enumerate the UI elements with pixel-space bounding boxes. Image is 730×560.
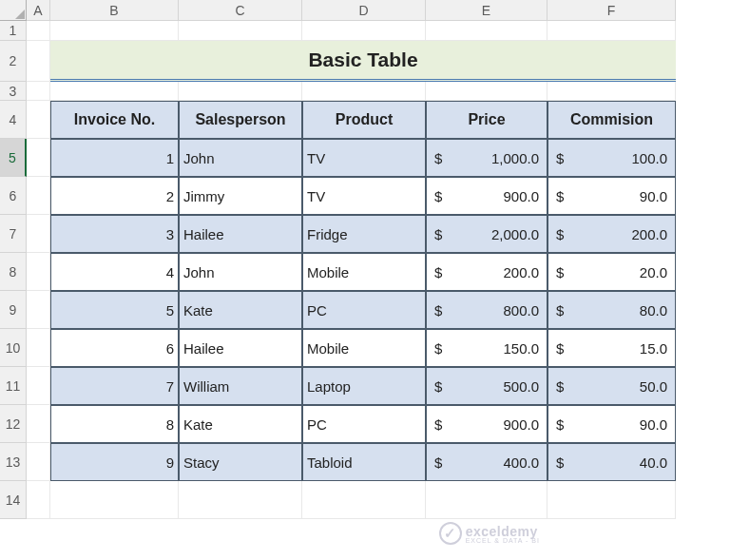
column-header-C[interactable]: C	[179, 0, 302, 21]
cell-A5[interactable]	[27, 139, 50, 177]
cell-commission[interactable]: $90.0	[548, 177, 676, 215]
cell-A11[interactable]	[27, 367, 50, 405]
cell-commission[interactable]: $15.0	[548, 329, 676, 367]
cell-A13[interactable]	[27, 443, 50, 481]
cell-salesperson[interactable]: Kate	[179, 405, 302, 443]
cell-A7[interactable]	[27, 215, 50, 253]
cell-A4[interactable]	[27, 101, 50, 139]
empty-cell[interactable]	[548, 82, 676, 101]
column-header-E[interactable]: E	[426, 0, 548, 21]
row-header-3[interactable]: 3	[0, 82, 27, 101]
column-header-F[interactable]: F	[548, 0, 676, 21]
empty-cell[interactable]	[179, 82, 302, 101]
cell-A14[interactable]	[27, 481, 50, 519]
empty-cell[interactable]	[302, 82, 426, 101]
cell-A10[interactable]	[27, 329, 50, 367]
cell-product[interactable]: Mobile	[302, 253, 426, 291]
empty-cell[interactable]	[548, 21, 676, 41]
empty-cell[interactable]	[302, 481, 426, 519]
empty-cell[interactable]	[426, 82, 548, 101]
cell-A6[interactable]	[27, 177, 50, 215]
cell-invoice[interactable]: 3	[50, 215, 179, 253]
cell-product[interactable]: Laptop	[302, 367, 426, 405]
table-header-commision[interactable]: Commision	[548, 101, 676, 139]
column-header-B[interactable]: B	[50, 0, 179, 21]
cell-price[interactable]: $900.0	[426, 177, 548, 215]
column-header-A[interactable]: A	[27, 0, 50, 21]
cell-invoice[interactable]: 6	[50, 329, 179, 367]
empty-cell[interactable]	[179, 21, 302, 41]
cell-price[interactable]: $2,000.0	[426, 215, 548, 253]
cell-price[interactable]: $500.0	[426, 367, 548, 405]
cell-price[interactable]: $150.0	[426, 329, 548, 367]
cell-price[interactable]: $400.0	[426, 443, 548, 481]
row-header-12[interactable]: 12	[0, 405, 27, 443]
cell-commission[interactable]: $100.0	[548, 139, 676, 177]
cell-invoice[interactable]: 1	[50, 139, 179, 177]
empty-cell[interactable]	[50, 82, 179, 101]
empty-cell[interactable]	[179, 481, 302, 519]
row-header-1[interactable]: 1	[0, 21, 27, 41]
row-header-7[interactable]: 7	[0, 215, 27, 253]
empty-cell[interactable]	[426, 481, 548, 519]
cell-product[interactable]: PC	[302, 405, 426, 443]
cell-salesperson[interactable]: John	[179, 139, 302, 177]
cell-salesperson[interactable]: Stacy	[179, 443, 302, 481]
cell-salesperson[interactable]: John	[179, 253, 302, 291]
cell-A9[interactable]	[27, 291, 50, 329]
table-header-salesperson[interactable]: Salesperson	[179, 101, 302, 139]
cell-salesperson[interactable]: William	[179, 367, 302, 405]
cell-salesperson[interactable]: Hailee	[179, 329, 302, 367]
cell-salesperson[interactable]: Hailee	[179, 215, 302, 253]
cell-invoice[interactable]: 8	[50, 405, 179, 443]
empty-cell[interactable]	[50, 481, 179, 519]
empty-cell[interactable]	[426, 21, 548, 41]
row-header-6[interactable]: 6	[0, 177, 27, 215]
cell-product[interactable]: Fridge	[302, 215, 426, 253]
table-header-product[interactable]: Product	[302, 101, 426, 139]
empty-cell[interactable]	[302, 21, 426, 41]
cell-invoice[interactable]: 7	[50, 367, 179, 405]
cell-A1[interactable]	[27, 21, 50, 41]
cell-salesperson[interactable]: Jimmy	[179, 177, 302, 215]
row-header-9[interactable]: 9	[0, 291, 27, 329]
empty-cell[interactable]	[548, 481, 676, 519]
row-header-5[interactable]: 5	[0, 139, 27, 177]
row-header-2[interactable]: 2	[0, 41, 27, 82]
cell-A12[interactable]	[27, 405, 50, 443]
cell-product[interactable]: PC	[302, 291, 426, 329]
row-header-14[interactable]: 14	[0, 481, 27, 519]
cell-commission[interactable]: $80.0	[548, 291, 676, 329]
cell-A2[interactable]	[27, 41, 50, 82]
select-all-corner[interactable]	[0, 0, 27, 21]
cell-commission[interactable]: $200.0	[548, 215, 676, 253]
cell-product[interactable]: Mobile	[302, 329, 426, 367]
row-header-8[interactable]: 8	[0, 253, 27, 291]
cell-product[interactable]: TV	[302, 139, 426, 177]
cell-A3[interactable]	[27, 82, 50, 101]
empty-cell[interactable]	[50, 21, 179, 41]
cell-price[interactable]: $800.0	[426, 291, 548, 329]
cell-invoice[interactable]: 2	[50, 177, 179, 215]
row-header-10[interactable]: 10	[0, 329, 27, 367]
cell-price[interactable]: $900.0	[426, 405, 548, 443]
cell-salesperson[interactable]: Kate	[179, 291, 302, 329]
cell-commission[interactable]: $20.0	[548, 253, 676, 291]
column-header-D[interactable]: D	[302, 0, 426, 21]
cell-commission[interactable]: $50.0	[548, 367, 676, 405]
table-header-price[interactable]: Price	[426, 101, 548, 139]
row-header-13[interactable]: 13	[0, 443, 27, 481]
cell-A8[interactable]	[27, 253, 50, 291]
cell-price[interactable]: $1,000.0	[426, 139, 548, 177]
cell-product[interactable]: TV	[302, 177, 426, 215]
row-header-11[interactable]: 11	[0, 367, 27, 405]
cell-invoice[interactable]: 5	[50, 291, 179, 329]
cell-invoice[interactable]: 9	[50, 443, 179, 481]
table-header-invoice-no-[interactable]: Invoice No.	[50, 101, 179, 139]
cell-product[interactable]: Tabloid	[302, 443, 426, 481]
cell-price[interactable]: $200.0	[426, 253, 548, 291]
cell-invoice[interactable]: 4	[50, 253, 179, 291]
cell-commission[interactable]: $40.0	[548, 443, 676, 481]
row-header-4[interactable]: 4	[0, 101, 27, 139]
cell-commission[interactable]: $90.0	[548, 405, 676, 443]
